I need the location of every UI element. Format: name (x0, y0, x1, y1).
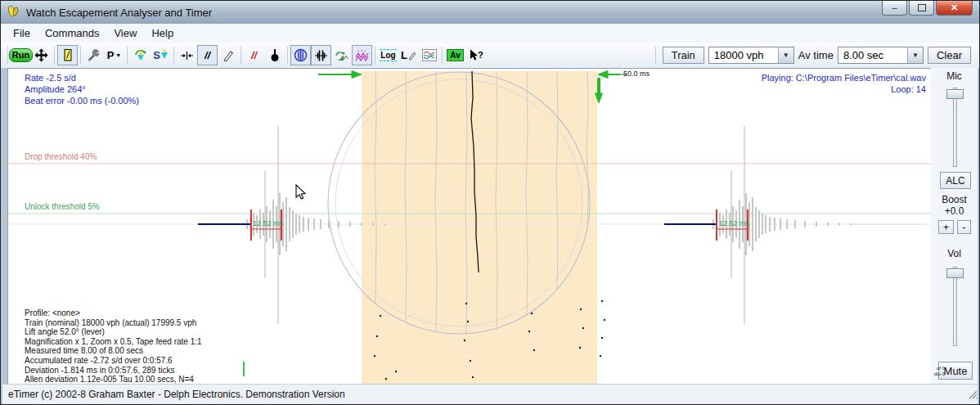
train-combobox[interactable]: 18000 vph ▼ (708, 47, 794, 64)
parallel-lines-icon: // (205, 49, 210, 61)
alc-button[interactable]: ALC (940, 172, 971, 189)
run-button[interactable]: Run (11, 45, 31, 65)
minimize-icon: ─ (892, 4, 897, 12)
playing-file: Playing: C:\Program Files\eTimer\cal.wav (762, 72, 926, 83)
pen-marker-button[interactable] (218, 45, 238, 65)
notes-icon (61, 48, 74, 62)
status-text: eTimer (c) 2002-8 Graham Baxter - Delph … (8, 389, 345, 400)
trend-chart-button[interactable] (419, 45, 439, 65)
toolbar-right-controls: Train 18000 vph ▼ Av time 8.00 sec ▼ Cle… (653, 47, 975, 64)
chart-icon (422, 49, 437, 61)
profile-icon: P (107, 49, 115, 61)
vol-slider-thumb[interactable] (946, 268, 964, 278)
train-value: 18000 vph (709, 49, 778, 61)
help-arrow-icon: ? (469, 49, 483, 62)
waveform-view-button[interactable] (311, 45, 331, 65)
hand-pen-icon (407, 50, 416, 61)
boost-value: +0.0 (931, 205, 978, 217)
autoscale-button[interactable]: Av (445, 45, 465, 65)
clear-button[interactable]: Clear (928, 47, 971, 64)
marker-time-label: 50.0 ms (623, 70, 650, 78)
menu-commands[interactable]: Commands (38, 25, 106, 42)
mic-slider-track[interactable] (953, 88, 957, 167)
menu-view[interactable]: View (106, 25, 144, 42)
resize-grip[interactable] (967, 388, 978, 403)
toolbar-separator (173, 47, 174, 64)
toolbar-separator (442, 47, 443, 64)
boost-plus-button[interactable]: + (938, 220, 954, 234)
toolbar-separator (80, 47, 81, 64)
tick-interval-right-label: 12.52 ms (719, 219, 749, 227)
profile-dropdown-button[interactable]: P ▼ (104, 45, 124, 65)
audio-sidebar: Mic ALC Boost +0.0 + - Vol Mute (931, 68, 978, 384)
balance-button[interactable] (264, 45, 285, 65)
menu-help[interactable]: Help (144, 25, 181, 42)
red-parallel-button[interactable]: // (244, 45, 264, 65)
profile-line: Accumulated rate -2.72 s/d over 0:0:57.6 (25, 356, 202, 366)
pendulum-icon (269, 48, 281, 62)
sync-dropdown-button[interactable]: S (151, 45, 171, 65)
mic-slider-thumb[interactable] (946, 89, 964, 99)
scope-follow-button[interactable] (331, 45, 352, 65)
red-parallel-icon: // (251, 49, 257, 61)
menu-file[interactable]: File (6, 25, 38, 42)
rate-value: Rate -2.5 s/d (25, 72, 139, 83)
waveform-icon (314, 49, 328, 62)
avtime-dropdown-icon[interactable]: ▼ (907, 47, 923, 63)
counter-line1: of 0 (922, 366, 945, 371)
train-button[interactable]: Train (663, 47, 704, 64)
log-display-button[interactable]: Log (378, 45, 398, 65)
unlock-threshold-label: Unlock threshold 5% (25, 202, 100, 211)
profile-line: Allen deviation 1.12e-005 Tau 10.00 secs… (25, 375, 202, 385)
toolbar-separator (127, 47, 128, 64)
center-align-icon (180, 49, 194, 62)
restore-button[interactable] (909, 1, 934, 16)
boost-minus-button[interactable]: - (957, 220, 971, 234)
context-help-button[interactable]: ? (465, 45, 486, 65)
log-edit-button[interactable]: L (398, 45, 419, 65)
boost-label: Boost (931, 194, 978, 205)
title-bar[interactable]: Watch Escapement Analyser and Timer ─ ✕ (1, 1, 979, 25)
waveform-display[interactable]: Rate -2.5 s/d Amplitude 264° Beat error … (7, 68, 931, 385)
toolbar: Run P ▼ S // // (1, 43, 979, 69)
scroll-wave-icon (335, 49, 349, 62)
svg-text:?: ? (478, 50, 483, 60)
sync-arrow-icon (160, 49, 169, 61)
profile-line: Lift angle 52.0° (lever) (25, 327, 202, 337)
close-icon: ✕ (951, 2, 958, 13)
amplitude-value: Amplitude 264° (25, 83, 139, 95)
toolbar-separator (54, 47, 55, 64)
move-icon (34, 48, 48, 62)
restart-loop-button[interactable] (130, 45, 151, 65)
profile-info-block: Profile: <none> Train (nominal) 18000 vp… (25, 308, 202, 385)
close-button[interactable]: ✕ (936, 1, 973, 16)
profile-line: Magnification x 1, Zoom x 0.5, Tape feed… (25, 337, 202, 347)
minimize-button[interactable]: ─ (882, 1, 907, 16)
measure-region (362, 71, 597, 384)
magenta-wave-icon (355, 49, 370, 62)
toolbar-separator (7, 47, 8, 64)
notes-button[interactable] (57, 45, 78, 65)
vol-label: Vol (931, 248, 978, 259)
playing-readout: Playing: C:\Program Files\eTimer\cal.wav… (762, 72, 926, 95)
train-dropdown-icon[interactable]: ▼ (778, 47, 793, 63)
counter-line2: dip 0 (922, 371, 945, 377)
window-title: Watch Escapement Analyser and Timer (26, 7, 212, 19)
drum-view-button[interactable] (290, 45, 311, 65)
vol-slider-track[interactable] (953, 267, 957, 346)
parallel-lines-button[interactable]: // (197, 45, 218, 65)
setup-button[interactable] (83, 45, 104, 65)
pan-tool-button[interactable] (31, 45, 52, 65)
sync-icon: S (153, 49, 160, 61)
avtime-combobox[interactable]: 8.00 sec ▼ (838, 47, 924, 64)
mouse-cursor (296, 185, 305, 199)
avtime-value: 8.00 sec (838, 49, 907, 61)
center-beat-button[interactable] (177, 45, 197, 65)
drum-icon (294, 48, 308, 62)
run-icon: Run (9, 48, 33, 62)
tick-interval-left-label: 12.52 ms (253, 219, 283, 227)
tick-burst-left (198, 126, 384, 324)
restore-icon (918, 4, 926, 11)
app-icon (7, 4, 20, 21)
envelope-view-button[interactable] (352, 45, 372, 65)
